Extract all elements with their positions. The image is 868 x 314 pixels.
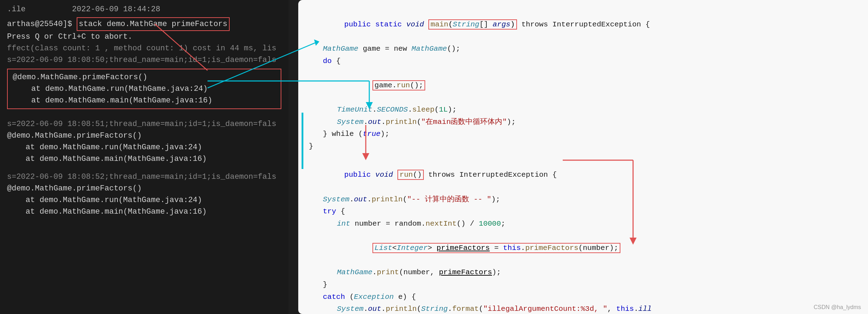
catch-line: catch (Exception e) { — [309, 291, 857, 303]
terminal-header: .ile 2022-06-09 18:44:28 — [7, 4, 281, 15]
sysout-format-line: System.out.println(String.format("illega… — [309, 303, 857, 314]
terminal-prompt: arthas@25540]$ — [7, 18, 77, 30]
code-content: public static void main(String[] args) t… — [309, 6, 857, 314]
command-line: arthas@25540]$ stack demo.MathGame prime… — [7, 17, 281, 31]
stack2-line2: at demo.MathGame.run(MathGame.java:24) — [7, 142, 281, 153]
mathgame-print-line: MathGame.print(number, primeFactors); — [309, 266, 857, 279]
press-abort-line: Press Q or Ctrl+C to abort. — [7, 31, 281, 43]
effect-line: ffect(class count: 1 , method count: 1) … — [7, 43, 281, 54]
while-line: } while (true); — [309, 128, 857, 140]
terminal-panel: .ile 2022-06-09 18:44:28 arthas@25540]$ … — [0, 0, 288, 314]
stack1-line2: at demo.MathGame.run(MathGame.java:24) — [13, 83, 276, 95]
main-sig-line: public static void main(String[] args) t… — [309, 6, 857, 43]
stack3-line1: @demo.MathGame.primeFactors() — [7, 183, 281, 194]
try-close-line: } — [309, 279, 857, 291]
stack1-line1: @demo.MathGame.primeFactors() — [13, 71, 276, 83]
primefactors-assign-line: List<Integer> primeFactors = this.primeF… — [309, 230, 857, 267]
ts1-line: s=2022-06-09 18:08:50;thread_name=main;i… — [7, 54, 281, 66]
watermark: CSDN @ha_lydms — [814, 304, 861, 310]
try-line: try { — [309, 206, 857, 218]
int-number-line: int number = random.nextInt() / 10000; — [309, 218, 857, 230]
stack3-line2: at demo.MathGame.run(MathGame.java:24) — [7, 194, 281, 206]
command-highlight: stack demo.MathGame primeFactors — [77, 17, 229, 31]
game-run-line: game.run(); — [309, 67, 857, 104]
stack3-line3: at demo.MathGame.main(MathGame.java:16) — [7, 206, 281, 218]
stack2-line1: @demo.MathGame.primeFactors() — [7, 130, 281, 142]
stack1-line3: at demo.MathGame.main(MathGame.java:16) — [13, 95, 276, 106]
stack2-line3: at demo.MathGame.main(MathGame.java:16) — [7, 153, 281, 165]
main-close-brace: } — [309, 140, 857, 153]
game-run-box: game.run(); — [372, 80, 426, 90]
run-sig-line: public void run() throws InterruptedExce… — [309, 157, 857, 194]
stack-trace-1: @demo.MathGame.primeFactors() at demo.Ma… — [7, 69, 281, 109]
do-line: do { — [309, 55, 857, 68]
timeunit-line: TimeUnit.SECONDS.sleep(1L); — [309, 104, 857, 116]
ts2-line: s=2022-06-09 18:08:51;thread_name=main;i… — [7, 118, 281, 130]
primefactors-assign-box: List<Integer> primeFactors = this.primeF… — [372, 243, 620, 253]
run-method-section: public void run() throws InterruptedExce… — [309, 157, 857, 314]
run-sig-box: run() — [397, 170, 424, 180]
mathgame-game-line: MathGame game = new MathGame(); — [309, 43, 857, 55]
sysout-calc-line: System.out.println("-- 计算中的函数 -- "); — [309, 194, 857, 206]
ts3-line: s=2022-06-09 18:08:52;thread_name=main;i… — [7, 171, 281, 183]
code-panel: public static void main(String[] args) t… — [298, 0, 868, 314]
sysout-main-line: System.out.println("在main函数中循环体内"); — [309, 116, 857, 128]
main-method-section: public static void main(String[] args) t… — [309, 6, 857, 153]
main-sig-box: main(String[] args) — [428, 19, 517, 30]
